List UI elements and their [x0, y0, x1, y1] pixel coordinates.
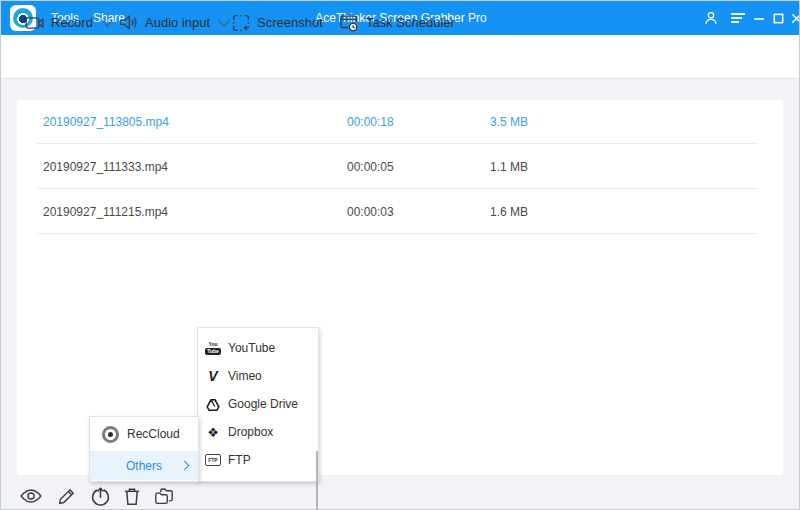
ftp-icon: FTP [198, 454, 228, 466]
file-duration: 00:00:05 [347, 145, 437, 190]
file-size: 1.1 MB [490, 145, 580, 190]
upload-menu: RecCloud Others [89, 416, 199, 482]
submenu-item-label: Vimeo [228, 369, 262, 383]
record-label: Record [51, 15, 93, 30]
submenu-item-ftp[interactable]: FTP FTP [198, 446, 318, 474]
upload-icon[interactable] [88, 485, 112, 507]
submenu-item-youtube[interactable]: You Tube YouTube [198, 334, 318, 362]
submenu-item-label: YouTube [228, 341, 275, 355]
record-button[interactable]: Record [25, 1, 111, 44]
edit-pencil-icon[interactable] [55, 485, 79, 507]
row-divider [36, 188, 758, 189]
audio-input-button[interactable]: Audio input [119, 1, 228, 44]
submenu-item-label: Google Drive [228, 397, 298, 411]
dropbox-icon: ❖ [198, 425, 228, 440]
record-camera-icon [25, 15, 44, 31]
task-scheduler-label: Task Scheduler [366, 15, 455, 30]
row-divider [36, 143, 758, 144]
file-duration: 00:00:18 [347, 100, 437, 145]
submenu-item-vimeo[interactable]: V Vimeo [198, 362, 318, 390]
submenu-shadow-edge [316, 451, 318, 510]
menu-item-others[interactable]: Others [90, 451, 198, 480]
submenu-item-dropbox[interactable]: ❖ Dropbox [198, 418, 318, 446]
vimeo-icon: V [198, 368, 228, 384]
file-row[interactable]: 20190927_111333.mp4 00:00:05 1.1 MB [17, 145, 783, 190]
file-duration: 00:00:03 [347, 190, 437, 235]
preview-eye-icon[interactable] [19, 485, 43, 507]
submenu-item-google-drive[interactable]: Google Drive [198, 390, 318, 418]
app-window: Tools Share AceThinker Screen Grabber Pr… [0, 0, 800, 510]
account-icon[interactable] [701, 8, 721, 28]
file-row-selected[interactable]: 20190927_113805.mp4 00:00:18 3.5 MB [17, 100, 783, 145]
chevron-right-icon [180, 461, 190, 471]
youtube-icon: You Tube [198, 342, 228, 355]
chevron-down-icon [218, 15, 229, 26]
chevron-down-icon [101, 15, 112, 26]
menu-item-label: Others [126, 459, 162, 473]
file-name: 20190927_111333.mp4 [43, 145, 323, 190]
file-row[interactable]: 20190927_111215.mp4 00:00:03 1.6 MB [17, 190, 783, 235]
file-size: 1.6 MB [490, 190, 580, 235]
minimize-icon[interactable] [749, 8, 769, 28]
menu-item-label: RecCloud [127, 427, 180, 441]
file-name: 20190927_111215.mp4 [43, 190, 323, 235]
submenu-item-label: Dropbox [228, 425, 273, 439]
reccloud-icon [102, 426, 119, 443]
file-size: 3.5 MB [490, 100, 580, 145]
audio-speaker-icon [119, 14, 138, 31]
audio-input-label: Audio input [145, 15, 210, 30]
screenshot-region-icon [232, 14, 250, 32]
google-drive-icon [198, 398, 228, 411]
screenshot-label: Screenshot [257, 15, 323, 30]
menu-item-reccloud[interactable]: RecCloud [90, 417, 198, 451]
maximize-icon[interactable] [768, 8, 788, 28]
row-divider [36, 233, 758, 234]
task-scheduler-clock-icon [339, 14, 359, 32]
hamburger-menu-icon[interactable] [728, 8, 748, 28]
copy-folder-icon[interactable] [152, 485, 176, 507]
task-scheduler-button[interactable]: Task Scheduler [339, 1, 455, 44]
screenshot-button[interactable]: Screenshot [232, 1, 323, 44]
file-name: 20190927_113805.mp4 [43, 100, 323, 145]
submenu-item-label: FTP [228, 453, 251, 467]
share-submenu: You Tube YouTube V Vimeo Google Drive ❖ [197, 327, 319, 482]
close-icon[interactable] [786, 8, 800, 28]
delete-trash-icon[interactable] [120, 485, 144, 507]
